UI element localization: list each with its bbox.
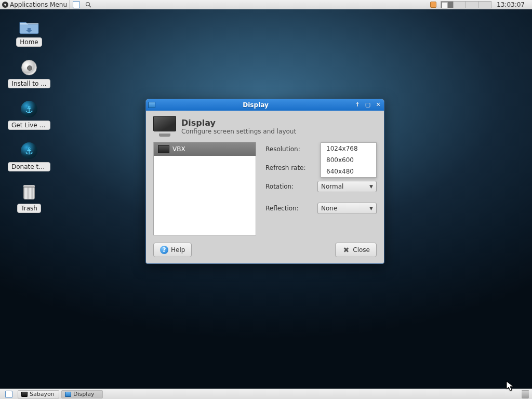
- display-list[interactable]: VBX: [153, 142, 256, 235]
- clipboard-manager[interactable]: [428, 0, 438, 9]
- anchor-icon: ⚓: [19, 100, 39, 118]
- display-settings-window: Display ↑ ▢ ✕ Display Configure screen s…: [145, 99, 384, 264]
- desktop-icon-trash[interactable]: Trash: [7, 183, 51, 213]
- trash-icon: [19, 183, 39, 202]
- app-finder-button[interactable]: [83, 0, 94, 9]
- task-label: Sabayon: [30, 391, 55, 397]
- xfce-menu-icon: ▾: [2, 2, 8, 8]
- window-maximize-button[interactable]: ▢: [364, 101, 371, 109]
- search-icon: [85, 2, 91, 8]
- chevron-down-icon: ▼: [369, 184, 373, 189]
- workspace-1[interactable]: [441, 2, 454, 8]
- help-button-label: Help: [171, 246, 185, 254]
- workspace-pager[interactable]: [441, 1, 491, 8]
- desktop-icons: Home Install to ... ⚓ Get Live H... ⚓ Do…: [7, 17, 51, 213]
- show-desktop-button-bottom[interactable]: [2, 389, 16, 399]
- bottom-panel: Sabayon Display: [0, 389, 532, 399]
- desktop-icon-donate[interactable]: ⚓ Donate to...: [7, 141, 51, 171]
- desktop-icon-live-help[interactable]: ⚓ Get Live H...: [7, 100, 51, 130]
- dialog-subheading: Configure screen settings and layout: [181, 128, 296, 135]
- clipboard-icon: [430, 2, 436, 8]
- resolution-option[interactable]: 640x480: [321, 166, 376, 177]
- window-icon: [21, 392, 28, 397]
- help-button[interactable]: ? Help: [153, 243, 192, 257]
- top-panel: ▾ Applications Menu 13:03:07: [0, 0, 532, 9]
- network-indicator[interactable]: [528, 0, 532, 9]
- resolution-option[interactable]: 800x600: [321, 154, 376, 166]
- reflection-label: Reflection:: [265, 205, 312, 212]
- applications-menu-label: Applications Menu: [10, 1, 67, 8]
- refresh-rate-label: Refresh rate:: [265, 164, 312, 171]
- rotation-label: Rotation:: [265, 183, 312, 190]
- close-button[interactable]: ✖ Close: [335, 243, 377, 257]
- dialog-body: Display Configure screen settings and la…: [146, 111, 384, 263]
- window-titlebar[interactable]: Display ↑ ▢ ✕: [146, 99, 384, 111]
- show-desktop-icon: [73, 1, 80, 8]
- display-name: VBX: [172, 145, 185, 153]
- desktop-icon-label: Home: [16, 37, 42, 47]
- workspace-2[interactable]: [454, 2, 466, 8]
- folder-home-icon: [19, 17, 39, 35]
- dialog-heading: Display: [181, 118, 296, 128]
- resolution-option[interactable]: 532x399: [321, 143, 376, 154]
- help-icon: ?: [160, 246, 168, 254]
- window-icon: [148, 102, 155, 108]
- desktop-icon-label: Install to ...: [8, 79, 50, 88]
- desktop-icon-install[interactable]: Install to ...: [7, 58, 51, 88]
- reflection-value: None: [321, 205, 337, 212]
- display-settings: Resolution: 532x399 800x600 640x480 Ref…: [265, 142, 377, 235]
- window-title: Display: [157, 101, 354, 109]
- monitor-icon: [153, 116, 176, 137]
- task-label: Display: [73, 391, 95, 397]
- rotation-value: Normal: [321, 183, 343, 190]
- task-display[interactable]: Display: [61, 390, 103, 398]
- window-close-button[interactable]: ✕: [375, 101, 382, 109]
- display-list-item[interactable]: VBX: [154, 142, 256, 156]
- applications-menu[interactable]: ▾ Applications Menu: [0, 0, 70, 9]
- close-icon: ✖: [342, 246, 350, 254]
- anchor-icon: ⚓: [19, 141, 39, 160]
- monitor-small-icon: [158, 145, 169, 153]
- show-desktop-icon: [5, 391, 12, 398]
- task-sabayon[interactable]: Sabayon: [18, 390, 59, 398]
- close-button-label: Close: [353, 246, 370, 254]
- resolution-label: Resolution:: [265, 145, 312, 153]
- clock[interactable]: 13:03:07: [494, 1, 528, 8]
- desktop-icon-label: Trash: [17, 204, 41, 213]
- disc-icon: [19, 58, 39, 77]
- desktop-icon-label: Donate to...: [8, 162, 50, 171]
- reflection-combobox[interactable]: None ▼: [317, 203, 377, 214]
- window-icon: [65, 392, 71, 397]
- workspace-4[interactable]: [478, 2, 491, 8]
- show-desktop-button[interactable]: [70, 0, 83, 9]
- chevron-down-icon: ▼: [369, 206, 373, 211]
- svg-line-1: [89, 5, 91, 7]
- tray-trash-button[interactable]: [522, 390, 529, 398]
- desktop-icon-label: Get Live H...: [8, 121, 50, 130]
- window-rollup-button[interactable]: ↑: [354, 101, 361, 109]
- workspace-3[interactable]: [466, 2, 478, 8]
- desktop-icon-home[interactable]: Home: [7, 17, 51, 47]
- resolution-dropdown[interactable]: 532x399 800x600 640x480: [321, 142, 377, 178]
- rotation-combobox[interactable]: Normal ▼: [317, 181, 377, 192]
